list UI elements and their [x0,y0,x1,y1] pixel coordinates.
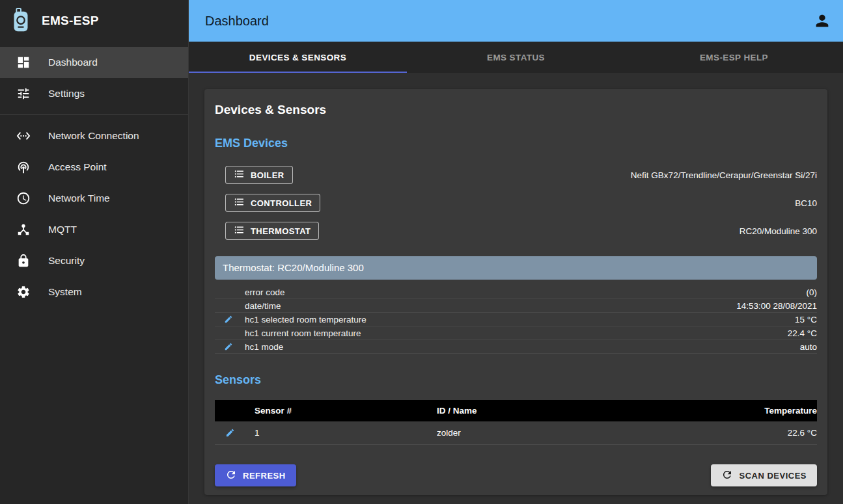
list-icon [234,168,245,181]
ethernet-icon [16,128,31,144]
dashboard-icon [16,55,31,70]
device-button-label: BOILER [251,170,284,180]
thermostat-button[interactable]: THERMOSTAT [225,222,319,240]
detail-row: hc1 selected room temperature 15 °C [215,313,817,326]
device-row-thermostat: THERMOSTAT RC20/Moduline 300 [225,222,817,240]
sensor-temperature: 22.6 °C [674,428,817,438]
device-button-label: THERMOSTAT [251,226,311,236]
thermostat-detail-header: Thermostat: RC20/Moduline 300 [215,256,817,280]
ems-device-list: BOILER Nefit GBx72/Trendline/Cerapur/Gre… [215,166,817,240]
pencil-icon[interactable] [215,342,245,351]
sidebar-item-security[interactable]: Security [0,245,188,276]
tab-label: EMS-ESP HELP [700,53,768,62]
sidebar-item-settings[interactable]: Settings [0,78,188,109]
detail-row: error code (0) [215,285,817,299]
device-model: BC10 [795,198,817,208]
account-icon[interactable] [813,12,831,30]
tab-devices-sensors[interactable]: DEVICES & SENSORS [189,42,407,73]
clock-icon [16,191,31,206]
device-button-label: CONTROLLER [251,198,312,208]
sidebar-item-label: Dashboard [48,57,98,68]
sidebar-item-label: Access Point [48,161,107,173]
refresh-icon [225,469,237,483]
detail-value: 15 °C [795,315,817,325]
device-row-boiler: BOILER Nefit GBx72/Trendline/Cerapur/Gre… [225,166,817,184]
sidebar-item-network-connection[interactable]: Network Connection [0,120,188,152]
sidebar-item-label: Network Connection [48,130,139,142]
sidebar-header: EMS-ESP [0,0,188,42]
content: Devices & Sensors EMS Devices BOILER Nef… [189,73,843,504]
sensors-table-header: Sensor # ID / Name Temperature [215,400,817,421]
page-title: Dashboard [205,14,813,29]
card-title: Devices & Sensors [215,103,817,117]
detail-value: auto [800,342,817,352]
sensors-heading: Sensors [215,373,817,387]
lock-icon [16,253,31,269]
sidebar-divider [0,114,188,115]
tab-ems-status[interactable]: EMS STATUS [407,42,625,73]
pencil-icon[interactable] [215,428,255,438]
device-model: Nefit GBx72/Trendline/Cerapur/Greenstar … [631,170,817,180]
sidebar: EMS-ESP Dashboard Settings Network Co [0,0,189,504]
sensor-number: 1 [255,428,437,438]
device-model: RC20/Moduline 300 [739,226,817,236]
refresh-button-label: REFRESH [243,471,286,481]
sidebar-item-system[interactable]: System [0,276,188,308]
table-row: 1 zolder 22.6 °C [215,421,817,445]
thermostat-detail-rows: error code (0) date/time 14:53:00 28/08/… [215,285,817,354]
tune-icon [16,86,31,101]
detail-value: 14:53:00 28/08/2021 [736,301,817,311]
tab-bar: DEVICES & SENSORS EMS STATUS EMS-ESP HEL… [189,42,843,73]
detail-row: hc1 current room temperature 22.4 °C [215,326,817,340]
sidebar-nav: Dashboard Settings Network Connection Ac [0,42,188,308]
refresh-button[interactable]: REFRESH [215,464,296,486]
sidebar-item-mqtt[interactable]: MQTT [0,214,188,245]
actions-bar: REFRESH SCAN DEVICES [215,464,817,486]
device-row-controller: CONTROLLER BC10 [225,194,817,212]
column-temperature: Temperature [674,406,817,416]
tab-label: DEVICES & SENSORS [249,53,346,62]
detail-row: hc1 mode auto [215,340,817,354]
device-hub-icon [16,222,31,237]
controller-button[interactable]: CONTROLLER [225,194,320,212]
pencil-icon[interactable] [215,315,245,324]
tab-label: EMS STATUS [487,53,545,62]
sidebar-item-label: Settings [48,88,85,99]
detail-label: error code [245,287,807,297]
main-area: Dashboard DEVICES & SENSORS EMS STATUS E… [189,0,843,504]
scan-devices-button-label: SCAN DEVICES [739,471,807,481]
sidebar-item-network-time[interactable]: Network Time [0,183,188,214]
scan-devices-button[interactable]: SCAN DEVICES [711,464,817,486]
list-icon [234,224,245,237]
column-sensor-number: Sensor # [255,406,437,416]
detail-label: date/time [245,301,736,311]
boiler-button[interactable]: BOILER [225,166,293,184]
ems-devices-heading: EMS Devices [215,137,817,150]
refresh-icon [721,469,733,483]
appbar: Dashboard [189,0,843,42]
detail-label: hc1 mode [245,342,800,352]
detail-label: hc1 selected room temperature [245,315,795,325]
sidebar-item-label: Security [48,255,85,267]
app-root: EMS-ESP Dashboard Settings Network Co [0,0,843,504]
sidebar-item-dashboard[interactable]: Dashboard [0,47,188,78]
sidebar-item-access-point[interactable]: Access Point [0,152,188,183]
sidebar-item-label: Network Time [48,192,110,204]
gear-icon [16,284,31,300]
detail-value: 22.4 °C [788,328,817,338]
app-title: EMS-ESP [42,14,99,28]
detail-label: hc1 current room temperature [245,328,788,338]
tab-ems-esp-help[interactable]: EMS-ESP HELP [625,42,843,73]
wifi-tethering-icon [16,159,31,175]
devices-sensors-card: Devices & Sensors EMS Devices BOILER Nef… [204,89,827,495]
sensor-name: zolder [437,428,674,438]
sensors-table: Sensor # ID / Name Temperature 1 zolder … [215,400,817,445]
sidebar-item-label: MQTT [48,224,77,235]
list-icon [234,196,245,209]
column-id-name: ID / Name [437,406,674,416]
detail-row: date/time 14:53:00 28/08/2021 [215,299,817,313]
detail-value: (0) [807,287,818,297]
sidebar-item-label: System [48,286,82,298]
ems-esp-logo-icon [10,8,31,34]
